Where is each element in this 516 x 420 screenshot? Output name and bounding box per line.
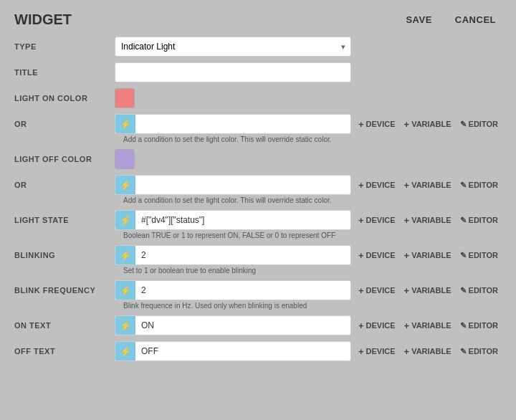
variable-button-3[interactable]: + VARIABLE [401,214,454,227]
editor-button-2[interactable]: ✎ EDITOR [457,179,501,191]
light-state-input[interactable]: ⚡ #["dv4"]["status"] [115,210,351,230]
editor-button-7[interactable]: ✎ EDITOR [457,345,501,358]
type-label: TYPE [14,42,115,51]
on-text-row: ON TEXT ⚡ ON + DEVICE + VARIABLE ✎ EDI [14,314,502,337]
device-button-1[interactable]: + DEVICE [355,118,398,131]
blinking-input[interactable]: ⚡ 2 [115,245,351,265]
light-state-row: LIGHT STATE ⚡ #["dv4"]["status"] + DEVIC… [14,209,502,232]
form-area: TYPE Indicator Light ▾ TITLE LIGHT ON CO… [14,35,502,363]
blinking-label: BLINKING [14,251,115,259]
or-light-on-input[interactable]: ⚡ [115,114,351,134]
blink-freq-input[interactable]: ⚡ 2 [115,280,351,300]
blink-freq-row: BLINK FREQUENCY ⚡ 2 + DEVICE + VARIABLE … [14,279,502,302]
on-text-actions: + DEVICE + VARIABLE ✎ EDITOR [355,319,501,333]
or-label-1: OR [14,120,115,128]
type-row: TYPE Indicator Light ▾ [14,35,502,58]
blinking-actions: + DEVICE + VARIABLE ✎ EDITOR [355,249,501,262]
editor-button-1[interactable]: ✎ EDITOR [457,118,501,130]
light-off-color-swatch[interactable] [115,149,135,169]
blinking-value: 2 [135,250,152,260]
bolt-icon-6: ⚡ [115,315,135,335]
light-on-hint-row: Add a condition to set the light color. … [14,135,502,143]
blink-freq-value: 2 [135,285,152,295]
variable-button-4[interactable]: + VARIABLE [401,249,454,262]
blink-freq-label: BLINK FREQUENCY [14,286,115,295]
bolt-icon-1: ⚡ [115,114,135,134]
blinking-hint: Set to 1 or boolean true to enable blink… [123,267,256,275]
light-on-color-label: LIGHT ON COLOR [14,94,115,102]
light-state-label: LIGHT STATE [14,216,115,224]
light-off-hint-row: Add a condition to set the light color. … [14,196,502,204]
variable-button-6[interactable]: + VARIABLE [401,319,454,333]
light-off-color-row: LIGHT OFF COLOR [14,148,502,171]
title-label: TITLE [14,68,115,77]
light-state-hint: Boolean TRUE or 1 to represent ON, FALSE… [123,232,335,239]
editor-button-5[interactable]: ✎ EDITOR [457,285,501,297]
on-text-value: ON [135,320,160,330]
light-state-value: #["dv4"]["status"] [135,215,210,225]
light-on-color-row: LIGHT ON COLOR [14,87,502,110]
title-row: TITLE [14,61,502,84]
cancel-button[interactable]: CANCEL [449,11,502,28]
top-actions: SAVE CANCEL [400,11,502,28]
or-label-2: OR [14,181,115,189]
variable-button-2[interactable]: + VARIABLE [401,178,454,192]
or-light-off-input[interactable]: ⚡ [115,175,351,195]
light-on-hint: Add a condition to set the light color. … [123,135,332,143]
on-text-input[interactable]: ⚡ ON [115,315,351,335]
or-light-on-row: OR ⚡ + DEVICE + VARIABLE ✎ EDITOR [14,113,502,135]
blinking-hint-row: Set to 1 or boolean true to enable blink… [14,267,502,275]
off-text-input[interactable]: ⚡ OFF [115,341,351,361]
bolt-icon-3: ⚡ [115,210,135,230]
on-text-label: ON TEXT [14,321,115,330]
bolt-icon-7: ⚡ [115,341,135,361]
editor-button-3[interactable]: ✎ EDITOR [457,214,501,226]
save-button[interactable]: SAVE [400,11,437,28]
blink-freq-actions: + DEVICE + VARIABLE ✎ EDITOR [355,284,501,297]
device-button-5[interactable]: + DEVICE [355,284,398,297]
or-light-off-actions: + DEVICE + VARIABLE ✎ EDITOR [355,178,501,192]
device-button-6[interactable]: + DEVICE [355,319,398,333]
blink-freq-hint-row: Blink frequence in Hz. Used only when bl… [14,302,502,310]
light-off-color-label: LIGHT OFF COLOR [14,155,115,163]
light-off-hint: Add a condition to set the light color. … [123,196,332,204]
blink-freq-hint: Blink frequence in Hz. Used only when bl… [123,302,307,310]
device-button-2[interactable]: + DEVICE [355,178,398,192]
device-button-3[interactable]: + DEVICE [355,214,398,227]
blinking-row: BLINKING ⚡ 2 + DEVICE + VARIABLE ✎ EDI [14,244,502,267]
title-input[interactable] [115,62,351,82]
device-button-4[interactable]: + DEVICE [355,249,398,262]
type-select[interactable]: Indicator Light [115,37,351,57]
variable-button-1[interactable]: + VARIABLE [401,118,454,131]
off-text-value: OFF [135,346,164,356]
editor-button-6[interactable]: ✎ EDITOR [457,320,501,332]
editor-button-4[interactable]: ✎ EDITOR [457,249,501,262]
or-light-on-actions: + DEVICE + VARIABLE ✎ EDITOR [355,118,501,131]
bolt-icon-2: ⚡ [115,175,135,195]
variable-button-5[interactable]: + VARIABLE [401,284,454,297]
light-state-hint-row: Boolean TRUE or 1 to represent ON, FALSE… [14,232,502,239]
off-text-row: OFF TEXT ⚡ OFF + DEVICE + VARIABLE ✎ E [14,340,502,363]
or-light-off-row: OR ⚡ + DEVICE + VARIABLE ✎ EDITOR [14,173,502,196]
light-state-actions: + DEVICE + VARIABLE ✎ EDITOR [355,214,501,227]
type-select-wrapper: Indicator Light ▾ [115,37,351,57]
bolt-icon-4: ⚡ [115,245,135,265]
device-button-7[interactable]: + DEVICE [355,345,398,358]
off-text-actions: + DEVICE + VARIABLE ✎ EDITOR [355,345,501,358]
light-on-color-swatch[interactable] [115,88,135,108]
bolt-icon-5: ⚡ [115,280,135,300]
variable-button-7[interactable]: + VARIABLE [401,345,454,358]
off-text-label: OFF TEXT [14,347,115,355]
